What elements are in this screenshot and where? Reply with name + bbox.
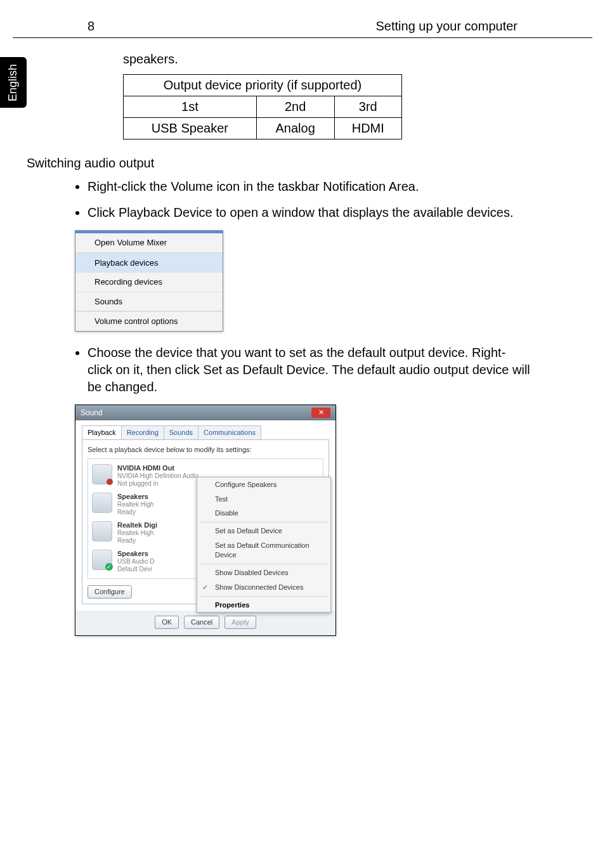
table-cell-3: HDMI bbox=[334, 118, 401, 139]
table-cell-1: USB Speaker bbox=[124, 118, 257, 139]
vmenu-recording[interactable]: Recording devices bbox=[75, 272, 223, 292]
device-icon bbox=[92, 493, 112, 513]
tab-sounds[interactable]: Sounds bbox=[164, 425, 198, 439]
device-status: Ready bbox=[117, 537, 157, 545]
device-icon bbox=[92, 521, 112, 541]
page-number: 8 bbox=[88, 19, 94, 34]
apply-button[interactable]: Apply bbox=[224, 616, 256, 629]
ctx-set-default-comm[interactable]: Set as Default Communication Device bbox=[197, 538, 330, 562]
tab-recording[interactable]: Recording bbox=[121, 425, 164, 439]
device-sub: Realtek High bbox=[117, 501, 153, 508]
page: English 8 Setting up your computer speak… bbox=[0, 0, 605, 868]
device-sub: Realtek High bbox=[117, 529, 157, 537]
content-area: speakers. Output device priority (if sup… bbox=[0, 38, 605, 636]
instruction-text: Select a playback device below to modify… bbox=[88, 445, 323, 455]
ok-button[interactable]: OK bbox=[155, 616, 179, 629]
table-header-1: 1st bbox=[124, 96, 257, 118]
vmenu-vol-options[interactable]: Volume control options bbox=[75, 311, 223, 331]
device-status: Not plugged in bbox=[117, 480, 198, 488]
ctx-test[interactable]: Test bbox=[197, 492, 330, 507]
sound-titlebar: Sound ✕ bbox=[75, 405, 335, 420]
table-header-2: 2nd bbox=[256, 96, 334, 118]
cancel-button[interactable]: Cancel bbox=[184, 616, 219, 629]
sound-title-text: Sound bbox=[81, 408, 103, 418]
table-caption: Output device priority (if supported) bbox=[124, 75, 402, 96]
lead-text: speakers. bbox=[123, 51, 530, 68]
device-name: Realtek Digi bbox=[117, 521, 157, 529]
vmenu-sounds[interactable]: Sounds bbox=[75, 292, 223, 311]
dialog-ok-row: OK Cancel Apply bbox=[75, 611, 335, 635]
priority-table: Output device priority (if supported) 1s… bbox=[123, 74, 402, 139]
vmenu-open-mixer[interactable]: Open Volume Mixer bbox=[75, 231, 223, 252]
ctx-configure[interactable]: Configure Speakers bbox=[197, 477, 330, 492]
device-icon bbox=[92, 550, 112, 570]
close-icon[interactable]: ✕ bbox=[311, 408, 330, 418]
device-name: NVIDIA HDMI Out bbox=[117, 464, 198, 472]
device-context-menu: Configure Speakers Test Disable Set as D… bbox=[197, 477, 331, 613]
section-heading: Switching audio output bbox=[27, 155, 530, 172]
tab-panel: Select a playback device below to modify… bbox=[82, 439, 329, 604]
language-tab-label: English bbox=[7, 63, 20, 101]
tab-communications[interactable]: Communications bbox=[198, 425, 261, 439]
ctx-properties[interactable]: Properties bbox=[197, 598, 330, 612]
bullet-list-1: Right-click the Volume icon in the taskb… bbox=[88, 178, 530, 221]
header-section: Setting up your computer bbox=[376, 19, 517, 34]
ctx-set-default[interactable]: Set as Default Device bbox=[197, 524, 330, 538]
page-header: 8 Setting up your computer bbox=[13, 0, 592, 38]
sound-dialog: Sound ✕ Playback Recording Sounds Commun… bbox=[75, 405, 336, 636]
device-name: Speakers bbox=[117, 550, 154, 558]
device-sub: USB Audio D bbox=[117, 558, 154, 566]
ctx-show-disconnected[interactable]: Show Disconnected Devices bbox=[197, 580, 330, 595]
configure-button[interactable]: Configure bbox=[88, 585, 132, 599]
sound-tabs: Playback Recording Sounds Communications bbox=[82, 425, 329, 439]
bullet-list-2: Choose the device that you want to set a… bbox=[88, 344, 530, 396]
bullet-2: Click Playback Device to open a window t… bbox=[88, 204, 530, 221]
bullet-3: Choose the device that you want to set a… bbox=[88, 344, 530, 396]
table-header-3: 3rd bbox=[334, 96, 401, 118]
ctx-disable[interactable]: Disable bbox=[197, 506, 330, 521]
volume-context-menu: Open Volume Mixer Playback devices Recor… bbox=[75, 230, 223, 332]
vmenu-playback[interactable]: Playback devices bbox=[75, 253, 223, 273]
device-status: Ready bbox=[117, 508, 153, 516]
device-name: Speakers bbox=[117, 493, 153, 501]
device-sub: NVIDIA High Definition Audio bbox=[117, 472, 198, 480]
tab-playback[interactable]: Playback bbox=[82, 425, 122, 439]
bullet-1: Right-click the Volume icon in the taskb… bbox=[88, 178, 530, 195]
table-cell-2: Analog bbox=[256, 118, 334, 139]
language-tab: English bbox=[0, 57, 27, 108]
device-icon bbox=[92, 464, 112, 484]
ctx-show-disabled[interactable]: Show Disabled Devices bbox=[197, 566, 330, 580]
device-status: Default Devi bbox=[117, 566, 154, 573]
